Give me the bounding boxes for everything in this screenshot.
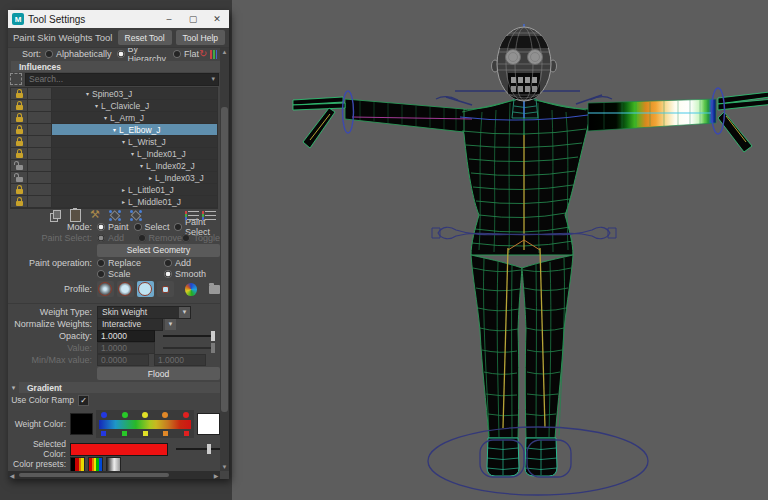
- color-columns-icon[interactable]: [210, 50, 217, 59]
- selected-color-swatch[interactable]: [70, 443, 168, 456]
- mode-paint[interactable]: Paint: [97, 222, 134, 232]
- expand-arrow-icon[interactable]: ▾: [95, 102, 98, 109]
- show-influences-icon[interactable]: [130, 210, 142, 221]
- preset-grayscale-ramp[interactable]: [106, 457, 121, 472]
- copy-weights-icon[interactable]: [50, 210, 61, 221]
- lock-icon[interactable]: [11, 100, 27, 111]
- ramp-stop-handle[interactable]: [142, 412, 148, 418]
- ramp-stop-handle[interactable]: [122, 412, 128, 418]
- sort-option-flat[interactable]: Flat: [173, 49, 199, 59]
- maximize-button[interactable]: ▢: [181, 10, 205, 28]
- sort-option-alphabetically[interactable]: Alphabetically: [45, 49, 112, 59]
- expand-arrow-icon[interactable]: ▸: [122, 198, 125, 205]
- influence-row-spine03[interactable]: ▾Spine03_J: [11, 88, 217, 99]
- browse-brush-folder-icon[interactable]: [209, 285, 220, 294]
- lock-icon[interactable]: [11, 112, 27, 123]
- normalize-weights-dropdown[interactable]: Interactive: [97, 318, 163, 331]
- lock-icon[interactable]: [11, 184, 27, 195]
- expand-arrow-icon[interactable]: ▸: [149, 174, 152, 181]
- expand-arrow-icon[interactable]: ▾: [104, 114, 107, 121]
- character-model[interactable]: [293, 92, 768, 476]
- search-filter-dropdown-icon[interactable]: ▾: [211, 75, 218, 83]
- collapse-arrow-icon[interactable]: ▾: [8, 384, 19, 392]
- select-geometry-button[interactable]: Select Geometry: [97, 244, 220, 257]
- ramp-stop-marker[interactable]: [101, 431, 106, 436]
- search-field[interactable]: ▾: [25, 73, 219, 86]
- ramp-stop-handle[interactable]: [101, 412, 107, 418]
- influence-row-arm[interactable]: ▾L_Arm_J: [11, 112, 217, 123]
- weight-color-right-swatch[interactable]: [197, 413, 220, 435]
- tool-help-button[interactable]: Tool Help: [176, 30, 225, 45]
- expand-arrow-icon[interactable]: ▾: [86, 90, 89, 97]
- selection-filter-icon[interactable]: [10, 73, 22, 85]
- scroll-up-icon[interactable]: ▲: [220, 48, 229, 56]
- hammer-weights-icon[interactable]: ⚒: [90, 209, 100, 220]
- brush-gaussian-button[interactable]: [97, 281, 114, 297]
- preset-rainbow-ramp[interactable]: [88, 457, 103, 472]
- ramp-stop-marker[interactable]: [122, 431, 127, 436]
- paint-op-replace[interactable]: Replace: [97, 258, 164, 268]
- paint-op-add[interactable]: Add: [164, 258, 191, 268]
- refresh-influences-icon[interactable]: ↻: [199, 49, 207, 59]
- preset-fire-ramp[interactable]: [70, 457, 85, 472]
- opacity-input[interactable]: [97, 330, 155, 342]
- ramp-stop-handle[interactable]: [183, 412, 189, 418]
- reset-tool-button[interactable]: Reset Tool: [118, 30, 172, 45]
- ramp-stop-marker[interactable]: [184, 431, 189, 436]
- vertical-scroll-thumb[interactable]: [221, 107, 228, 412]
- influence-row-wrist[interactable]: ▾L_Wrist_J: [11, 136, 217, 147]
- influence-row-index02[interactable]: ▾L_Index02_J: [11, 160, 217, 171]
- paint-op-scale[interactable]: Scale: [97, 269, 164, 279]
- color-ramp-widget[interactable]: [96, 410, 194, 438]
- influences-section-header[interactable]: Influences: [8, 61, 220, 72]
- paint-op-smooth[interactable]: Smooth: [164, 269, 206, 279]
- minimize-button[interactable]: –: [157, 10, 181, 28]
- lock-icon[interactable]: [11, 136, 27, 147]
- unlock-icon[interactable]: [11, 160, 27, 171]
- expand-arrow-icon[interactable]: ▸: [122, 186, 125, 193]
- horizontal-scroll-thumb[interactable]: [19, 473, 169, 477]
- weight-color-left-swatch[interactable]: [70, 413, 93, 435]
- tree-view-icon[interactable]: [205, 211, 216, 220]
- list-view-icon[interactable]: [188, 211, 199, 220]
- influence-row-little01[interactable]: ▸L_Little01_J: [11, 184, 217, 195]
- influence-row-elbow-selected[interactable]: ▾L_Elbow_J: [11, 124, 217, 135]
- selected-color-slider[interactable]: [176, 448, 220, 450]
- influence-row-index01[interactable]: ▾L_Index01_J: [11, 148, 217, 159]
- scroll-right-icon[interactable]: ▶: [212, 472, 220, 479]
- lock-icon[interactable]: [11, 196, 27, 207]
- influence-row-index03[interactable]: ▸L_Index03_J: [11, 172, 217, 183]
- ramp-stop-marker[interactable]: [163, 431, 168, 436]
- horizontal-scrollbar[interactable]: ◀ ▶: [8, 471, 220, 479]
- brush-solid-button[interactable]: [137, 281, 154, 297]
- influence-row-middle01[interactable]: ▸L_Middle01_J: [11, 196, 217, 207]
- paste-weights-icon[interactable]: [70, 209, 81, 222]
- chevron-down-icon[interactable]: ▼: [165, 319, 176, 330]
- flood-button[interactable]: Flood: [97, 367, 220, 380]
- close-button[interactable]: ✕: [205, 10, 229, 28]
- expand-arrow-icon[interactable]: ▾: [122, 138, 125, 145]
- influence-row-clavicle[interactable]: ▾L_Clavicle_J: [11, 100, 217, 111]
- scroll-down-icon[interactable]: ▼: [220, 463, 229, 471]
- ramp-stop-handle[interactable]: [162, 412, 168, 418]
- mode-select[interactable]: Select: [134, 222, 174, 232]
- move-influences-icon[interactable]: [109, 210, 121, 221]
- lock-icon[interactable]: [11, 124, 27, 135]
- lock-icon[interactable]: [11, 88, 27, 99]
- use-color-ramp-checkbox[interactable]: ✓: [78, 395, 89, 406]
- vertical-scrollbar[interactable]: ▲ ▼: [220, 48, 229, 471]
- unlock-icon[interactable]: [11, 172, 27, 183]
- scroll-left-icon[interactable]: ◀: [8, 472, 16, 479]
- gradient-section-header[interactable]: ▾ Gradient: [8, 382, 220, 393]
- expand-arrow-icon[interactable]: ▾: [131, 150, 134, 157]
- brush-square-button[interactable]: [157, 281, 174, 297]
- color-ramp-bar[interactable]: [99, 420, 191, 429]
- brush-soft-button[interactable]: [117, 281, 134, 297]
- 3d-viewport[interactable]: [232, 0, 768, 500]
- ramp-stop-marker[interactable]: [143, 431, 148, 436]
- expand-arrow-icon[interactable]: ▾: [140, 162, 143, 169]
- search-input[interactable]: [26, 74, 211, 84]
- opacity-slider[interactable]: [163, 335, 215, 337]
- image-brush-icon[interactable]: [185, 283, 197, 296]
- window-titlebar[interactable]: M Tool Settings – ▢ ✕: [8, 10, 229, 28]
